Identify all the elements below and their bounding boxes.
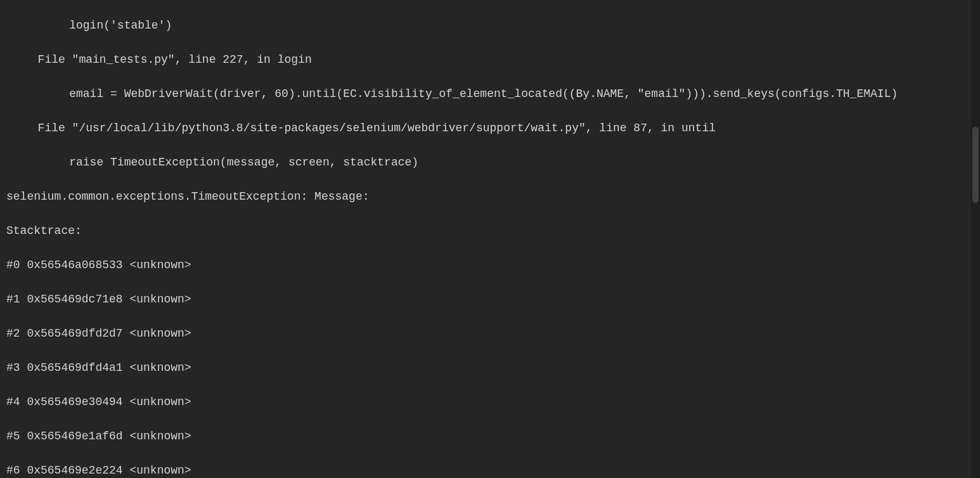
- stack-frame: #3 0x565469dfd4a1 <unknown>: [6, 359, 965, 377]
- stack-frame: #0 0x56546a068533 <unknown>: [6, 257, 965, 274]
- stack-frame: #4 0x565469e30494 <unknown>: [6, 394, 965, 411]
- traceback-code-line: email = WebDriverWait(driver, 60).until(…: [6, 86, 965, 103]
- scrollbar-track[interactable]: [971, 0, 980, 478]
- traceback-file-line: File "main_tests.py", line 227, in login: [6, 51, 965, 68]
- terminal-output[interactable]: login('stable') File "main_tests.py", li…: [0, 0, 980, 478]
- stacktrace-header: Stacktrace:: [6, 223, 965, 240]
- stack-frame: #6 0x565469e2e224 <unknown>: [6, 462, 965, 478]
- traceback-code-line: raise TimeoutException(message, screen, …: [6, 154, 965, 171]
- stack-frame: #2 0x565469dfd2d7 <unknown>: [6, 325, 965, 342]
- traceback-line: login('stable'): [6, 17, 965, 34]
- scrollbar-thumb[interactable]: [972, 127, 979, 203]
- traceback-file-line: File "/usr/local/lib/python3.8/site-pack…: [6, 120, 965, 137]
- exception-message: selenium.common.exceptions.TimeoutExcept…: [6, 188, 965, 205]
- stack-frame: #1 0x565469dc71e8 <unknown>: [6, 291, 965, 308]
- stack-frame: #5 0x565469e1af6d <unknown>: [6, 428, 965, 445]
